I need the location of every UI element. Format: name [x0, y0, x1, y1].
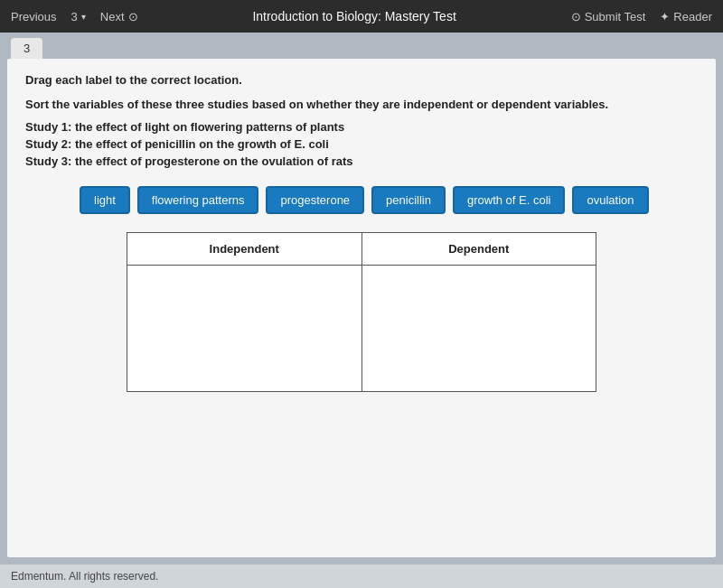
label-penicillin[interactable]: penicillin	[371, 186, 446, 214]
label-flowering-patterns[interactable]: flowering patterns	[137, 186, 259, 214]
label-growth-of-e-coli[interactable]: growth of E. coli	[453, 186, 566, 214]
question-tab: 3	[11, 38, 42, 59]
reader-label: Reader	[673, 10, 712, 23]
col-independent-header: Independent	[127, 233, 362, 266]
label-ovulation[interactable]: ovulation	[572, 186, 648, 214]
submit-icon: ⊙	[571, 10, 581, 23]
chevron-down-icon: ▾	[81, 12, 86, 22]
label-progesterone[interactable]: progesterone	[266, 186, 364, 214]
reader-icon: ✦	[660, 10, 670, 23]
table-wrapper: Independent Dependent	[127, 232, 596, 392]
study-line-3: Study 3: the effect of progesterone on t…	[25, 154, 698, 168]
question-number-nav[interactable]: 3 ▾	[71, 10, 86, 23]
footer-text: Edmentum. All rights reserved.	[11, 570, 158, 583]
next-label: Next	[100, 10, 125, 23]
nav-bar: Previous 3 ▾ Next ⊙ Introduction to Biol…	[0, 0, 723, 33]
footer: Edmentum. All rights reserved.	[0, 565, 723, 588]
table-header-row: Independent Dependent	[127, 233, 596, 266]
reader-button[interactable]: ✦ Reader	[660, 10, 712, 23]
question-number-value: 3	[71, 10, 78, 23]
sort-description: Sort the variables of these three studie…	[25, 98, 698, 111]
labels-row: light flowering patterns progesterone pe…	[80, 186, 698, 214]
content-area: Drag each label to the correct location.…	[7, 59, 716, 557]
table-body-row	[127, 266, 596, 392]
study-line-1: Study 1: the effect of light on flowerin…	[25, 120, 698, 134]
tab-row: 3	[0, 33, 723, 59]
dependent-drop-zone[interactable]	[362, 266, 596, 392]
col-dependent-header: Dependent	[362, 233, 596, 266]
question-tab-number: 3	[23, 42, 30, 55]
submit-test-button[interactable]: ⊙ Submit Test	[571, 10, 646, 23]
nav-right: ⊙ Submit Test ✦ Reader	[571, 10, 712, 23]
study-line-2: Study 2: the effect of penicillin on the…	[25, 137, 698, 151]
previous-label: Previous	[11, 10, 57, 23]
sort-table: Independent Dependent	[127, 232, 596, 392]
submit-label: Submit Test	[585, 10, 646, 23]
instruction-text: Drag each label to the correct location.	[25, 73, 698, 87]
test-title: Introduction to Biology: Mastery Test	[153, 9, 557, 23]
previous-button[interactable]: Previous	[11, 10, 57, 23]
next-icon: ⊙	[128, 10, 138, 23]
next-button[interactable]: Next ⊙	[100, 10, 138, 23]
independent-drop-zone[interactable]	[127, 266, 362, 392]
label-light[interactable]: light	[80, 186, 130, 214]
